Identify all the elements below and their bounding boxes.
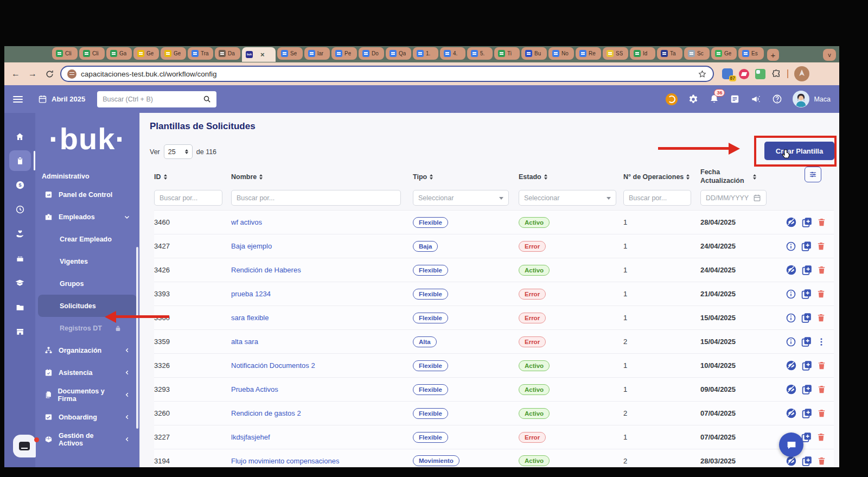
reload-icon[interactable] xyxy=(43,68,55,80)
trash-icon[interactable] xyxy=(817,360,826,371)
duplicate-icon[interactable] xyxy=(801,264,813,276)
template-name-link[interactable]: wf activos xyxy=(231,218,262,226)
duplicate-icon[interactable] xyxy=(801,240,812,252)
info-icon[interactable] xyxy=(786,313,796,323)
rail-module-item[interactable] xyxy=(9,321,31,342)
sidebar-item[interactable]: Gestión de Activos xyxy=(38,428,137,450)
support-chat-button[interactable] xyxy=(779,433,803,457)
browser-tab[interactable]: Es xyxy=(738,47,764,60)
browser-tab[interactable]: Ta xyxy=(657,47,682,60)
template-name-link[interactable]: sara flexible xyxy=(231,314,269,322)
new-tab-button[interactable]: + xyxy=(767,49,779,61)
column-header-fecha[interactable]: Fecha Actualización xyxy=(700,168,786,185)
sidebar-item[interactable]: Asistencia xyxy=(38,361,137,384)
browser-tab[interactable]: 4. xyxy=(440,47,465,60)
template-name-link[interactable]: Rendicion de gastos 2 xyxy=(231,409,301,417)
bookmark-star-icon[interactable] xyxy=(698,69,707,79)
filter-operaciones-input[interactable] xyxy=(623,190,691,206)
trash-icon[interactable] xyxy=(816,432,826,442)
eye-off-icon[interactable] xyxy=(786,408,797,419)
browser-tab[interactable]: No xyxy=(548,47,574,60)
back-icon[interactable]: ← xyxy=(10,68,22,80)
trash-icon[interactable] xyxy=(817,408,826,418)
template-name-link[interactable]: Notificación Documentos 2 xyxy=(231,361,315,370)
info-icon[interactable] xyxy=(786,336,796,347)
trash-icon[interactable] xyxy=(816,241,826,251)
trash-icon[interactable] xyxy=(817,265,826,275)
rail-module-item[interactable] xyxy=(9,297,31,317)
notifications-bell-icon[interactable]: 36 xyxy=(709,94,719,104)
browser-tab[interactable]: Id xyxy=(630,47,655,60)
rail-module-item[interactable] xyxy=(9,150,31,171)
column-header-nombre[interactable]: Nombre xyxy=(231,173,413,181)
announcements-icon[interactable] xyxy=(750,94,762,104)
template-name-link[interactable]: alta sara xyxy=(231,338,258,346)
gear-icon[interactable] xyxy=(688,94,699,105)
duplicate-icon[interactable] xyxy=(801,336,812,347)
trash-icon[interactable] xyxy=(816,313,826,323)
chev-left-icon[interactable] xyxy=(124,370,130,376)
chev-left-icon[interactable] xyxy=(124,436,130,442)
duplicate-icon[interactable] xyxy=(801,408,813,419)
sort-icon[interactable] xyxy=(430,173,433,181)
sort-icon[interactable] xyxy=(164,173,167,181)
sidebar-item[interactable]: Vigentes xyxy=(38,250,137,272)
rail-module-item[interactable] xyxy=(9,224,31,244)
filter-nombre-input[interactable] xyxy=(231,190,401,206)
kebab-icon[interactable] xyxy=(816,337,826,347)
template-name-link[interactable]: Flujo movimiento compensaciones xyxy=(231,457,339,465)
info-icon[interactable] xyxy=(786,289,796,300)
template-name-link[interactable]: Prueba Activos xyxy=(231,385,278,393)
sidebar-item[interactable]: Onboarding xyxy=(38,406,137,428)
rail-module-item[interactable] xyxy=(9,272,31,293)
sort-icon[interactable] xyxy=(259,173,263,181)
browser-tab[interactable]: Qa xyxy=(386,47,411,60)
sort-icon[interactable] xyxy=(753,173,756,181)
chat-widget-button[interactable] xyxy=(13,435,36,457)
sidebar-item[interactable]: Crear Empleado xyxy=(38,228,137,250)
sort-icon[interactable] xyxy=(544,173,547,181)
address-bar[interactable]: capacitaciones-test.buk.cl/workflow/conf… xyxy=(60,66,714,82)
trash-icon[interactable] xyxy=(817,384,826,395)
duplicate-icon[interactable] xyxy=(801,384,813,395)
browser-tab[interactable]: Tra xyxy=(188,47,213,60)
global-search[interactable] xyxy=(97,91,216,107)
duplicate-icon[interactable] xyxy=(801,217,813,228)
duplicate-icon[interactable] xyxy=(801,312,812,323)
duplicate-icon[interactable] xyxy=(801,360,813,371)
extension-icon[interactable] xyxy=(739,69,749,79)
column-header-operaciones[interactable]: N° de Operaciones xyxy=(623,173,700,181)
sidebar-scrollbar[interactable] xyxy=(136,247,138,429)
tab-close-icon[interactable]: × xyxy=(260,51,265,58)
duplicate-icon[interactable] xyxy=(801,455,813,467)
sidebar-item[interactable]: Organización xyxy=(38,339,137,361)
duplicate-icon[interactable] xyxy=(801,288,812,300)
rail-module-item[interactable] xyxy=(9,126,31,147)
column-header-tipo[interactable]: Tipo xyxy=(413,173,519,181)
browser-tab[interactable]: buk × xyxy=(242,47,276,62)
chev-left-icon[interactable] xyxy=(124,414,130,420)
browser-tab[interactable]: Ga xyxy=(106,47,132,60)
info-icon[interactable] xyxy=(786,241,796,252)
column-header-estado[interactable]: Estado xyxy=(519,173,623,181)
browser-tab[interactable]: Cli xyxy=(79,47,105,60)
browser-tab[interactable]: Pe xyxy=(331,47,357,60)
template-name-link[interactable]: prueba 1234 xyxy=(231,290,271,298)
browser-tab[interactable]: 5. xyxy=(467,47,493,60)
eye-off-icon[interactable] xyxy=(786,217,797,228)
filter-tipo-select[interactable]: Seleccionar xyxy=(413,190,509,206)
url-text[interactable]: capacitaciones-test.buk.cl/workflow/conf… xyxy=(81,70,217,78)
template-name-link[interactable]: Baja ejemplo xyxy=(231,242,272,250)
eye-off-icon[interactable] xyxy=(786,360,797,371)
browser-tab[interactable]: Bu xyxy=(521,47,547,60)
extension-icon[interactable] xyxy=(755,69,765,79)
search-input[interactable] xyxy=(103,96,203,103)
forward-icon[interactable]: → xyxy=(27,68,39,80)
sidebar-item[interactable]: Panel de Control xyxy=(38,183,137,206)
browser-tab[interactable]: 1. xyxy=(413,47,438,60)
rail-module-item[interactable] xyxy=(9,199,31,220)
trash-icon[interactable] xyxy=(816,289,826,299)
browser-tab[interactable]: Da xyxy=(215,47,240,60)
site-settings-icon[interactable] xyxy=(67,69,76,79)
search-icon[interactable] xyxy=(203,95,211,103)
